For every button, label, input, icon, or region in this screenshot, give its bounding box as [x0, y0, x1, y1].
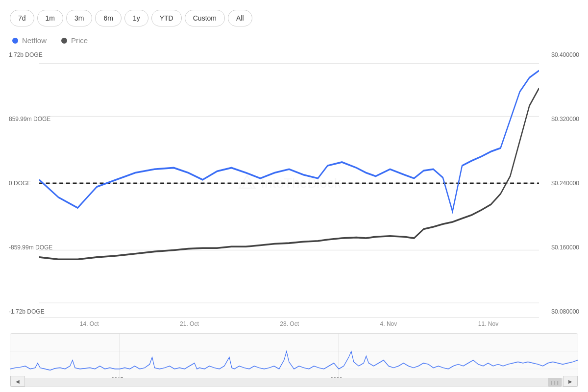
x-label-2: 21. Oct [180, 320, 199, 327]
y-label-r2: $0.320000 [551, 116, 579, 122]
btn-6m[interactable]: 6m [95, 10, 121, 26]
netflow-dot [12, 38, 18, 44]
main-container: 7d 1m 3m 6m 1y YTD Custom All Netflow Pr… [0, 0, 588, 392]
x-label-4: 4. Nov [380, 320, 397, 327]
btn-1y[interactable]: 1y [124, 10, 148, 26]
x-label-3: 28. Oct [280, 320, 299, 327]
x-label-1: 14. Oct [80, 320, 99, 327]
mini-chart-svg: 2015 2020 [10, 334, 578, 387]
btn-ytd[interactable]: YTD [151, 10, 182, 26]
legend-price: Price [61, 36, 88, 45]
y-label-r4: $0.160000 [551, 244, 579, 251]
btn-7d[interactable]: 7d [10, 10, 34, 26]
price-label: Price [71, 36, 88, 45]
x-axis: 14. Oct 21. Oct 28. Oct 4. Nov 11. Nov [10, 318, 578, 329]
y-axis-left: 1.72b DOGE 859.99m DOGE 0 DOGE -859.99m … [9, 49, 52, 317]
time-range-buttons: 7d 1m 3m 6m 1y YTD Custom All [10, 10, 578, 26]
scroll-right-button[interactable]: ▶ [563, 376, 578, 387]
btn-custom[interactable]: Custom [185, 10, 225, 26]
x-label-5: 11. Nov [478, 320, 498, 327]
y-label-2: 859.99m DOGE [9, 116, 52, 122]
chart-wrapper: IntoTheBlock 1.72b DOGE 859.99m DOGE 0 D… [10, 49, 578, 387]
y-label-r5: $0.080000 [551, 308, 579, 315]
y-label-5: -1.72b DOGE [9, 308, 52, 315]
y-label-3: 0 DOGE [9, 180, 52, 187]
btn-1m[interactable]: 1m [37, 10, 63, 26]
scroll-left-button[interactable]: ◀ [10, 376, 25, 387]
y-label-1: 1.72b DOGE [9, 51, 52, 58]
y-label-r3: $0.240000 [551, 180, 579, 187]
chart-svg [39, 49, 539, 317]
btn-all[interactable]: All [228, 10, 252, 26]
main-chart: IntoTheBlock 1.72b DOGE 859.99m DOGE 0 D… [39, 49, 539, 318]
price-dot [61, 38, 67, 44]
y-label-4: -859.99m DOGE [9, 244, 52, 251]
chart-legend: Netflow Price [10, 36, 578, 45]
svg-rect-15 [10, 378, 578, 387]
legend-netflow: Netflow [12, 36, 47, 45]
netflow-label: Netflow [22, 36, 47, 45]
y-label-r1: $0.400000 [551, 51, 579, 58]
mini-chart[interactable]: 2015 2020 ◀ ▶ [10, 333, 578, 387]
y-axis-right: $0.400000 $0.320000 $0.240000 $0.160000 … [551, 49, 579, 317]
btn-3m[interactable]: 3m [66, 10, 92, 26]
